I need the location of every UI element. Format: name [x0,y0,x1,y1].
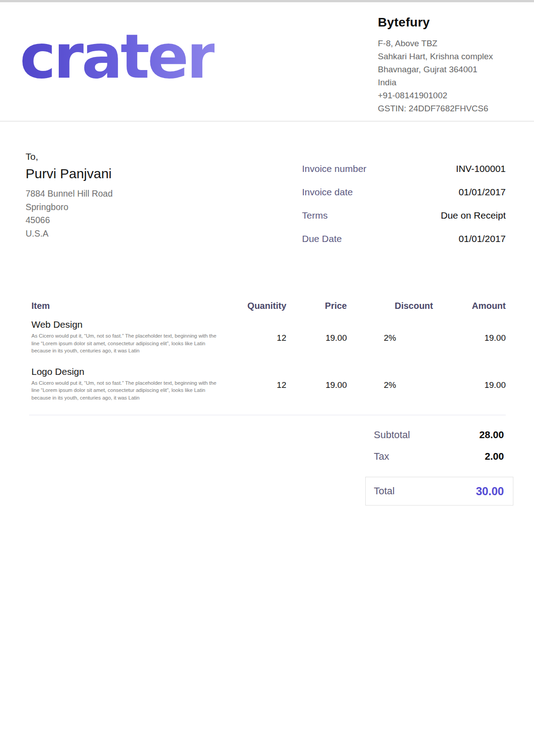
table-bottom-divider [29,415,506,415]
totals-block: Subtotal 28.00 Tax 2.00 [374,429,504,472]
column-header-price: Price [286,301,347,311]
terms-row: Terms Due on Receipt [302,210,506,233]
total-label: Total [374,485,394,497]
company-address-line: India [378,76,493,89]
items-table-header: Item Quanitity Price Discount Amount [31,301,506,311]
invoice-meta-block: Invoice number INV-100001 Invoice date 0… [302,163,506,257]
invoice-date-label: Invoice date [302,187,353,198]
item-discount: 2% [347,318,433,355]
invoice-number-row: Invoice number INV-100001 [302,163,506,187]
invoice-date-value: 01/01/2017 [459,187,506,198]
table-row: Logo Design As Cicero would put it, “Um,… [31,365,506,402]
invoice-page: crater Bytefury F-8, Above TBZ Sahkari H… [0,0,534,756]
subtotal-value: 28.00 [479,429,504,441]
items-table: Item Quanitity Price Discount Amount Web… [31,301,506,412]
item-amount: 19.00 [433,318,506,355]
invoice-number-label: Invoice number [302,163,367,174]
company-info-block: Bytefury F-8, Above TBZ Sahkari Hart, Kr… [378,15,493,115]
company-address: F-8, Above TBZ Sahkari Hart, Krishna com… [378,37,493,115]
subtotal-row: Subtotal 28.00 [374,429,504,441]
item-price: 19.00 [286,365,347,402]
tax-label: Tax [374,451,389,462]
terms-value: Due on Receipt [441,210,506,221]
column-header-quantity: Quanitity [238,301,286,311]
customer-name: Purvi Panjvani [26,166,113,181]
customer-address-line: Springboro [26,201,113,214]
company-address-line: Bhavnagar, Gujrat 364001 [378,63,493,76]
company-address-line: Sahkari Hart, Krishna complex [378,50,493,63]
item-amount: 19.00 [433,365,506,402]
item-cell: Logo Design As Cicero would put it, “Um,… [31,365,238,402]
subtotal-label: Subtotal [374,429,410,441]
tax-value: 2.00 [485,451,504,462]
item-cell: Web Design As Cicero would put it, “Um, … [31,318,238,355]
item-quantity: 12 [238,318,286,355]
due-date-label: Due Date [302,233,342,244]
tax-row: Tax 2.00 [374,451,504,462]
header-divider [0,121,534,122]
company-name: Bytefury [378,15,493,30]
items-table-body: Web Design As Cicero would put it, “Um, … [31,318,506,401]
due-date-value: 01/01/2017 [459,233,506,244]
customer-address-line: U.S.A [26,227,113,241]
customer-address-line: 45066 [26,214,113,227]
invoice-number-value: INV-100001 [456,163,506,174]
company-phone: +91-08141901002 [378,89,493,102]
terms-label: Terms [302,210,328,221]
total-value: 30.00 [476,485,504,498]
item-discount: 2% [347,365,433,402]
item-description: As Cicero would put it, “Um, not so fast… [31,379,225,402]
company-gstin: GSTIN: 24DDF7682FHVCS6 [378,102,493,115]
table-row: Web Design As Cicero would put it, “Um, … [31,318,506,355]
item-name: Logo Design [31,365,238,378]
customer-address-line: 7884 Bunnel Hill Road [26,187,113,201]
item-description: As Cicero would put it, “Um, not so fast… [31,332,225,355]
crater-logo: crater [20,26,214,87]
column-header-discount: Discount [347,301,433,311]
bill-to-block: To, Purvi Panjvani 7884 Bunnel Hill Road… [26,150,113,240]
due-date-row: Due Date 01/01/2017 [302,233,506,257]
total-box: Total 30.00 [365,477,513,505]
company-address-line: F-8, Above TBZ [378,37,493,50]
column-header-amount: Amount [433,301,506,311]
item-quantity: 12 [238,365,286,402]
item-price: 19.00 [286,318,347,355]
item-name: Web Design [31,318,238,330]
page-top-border [0,0,534,2]
column-header-item: Item [31,301,238,311]
bill-to-label: To, [26,150,113,163]
invoice-date-row: Invoice date 01/01/2017 [302,187,506,210]
